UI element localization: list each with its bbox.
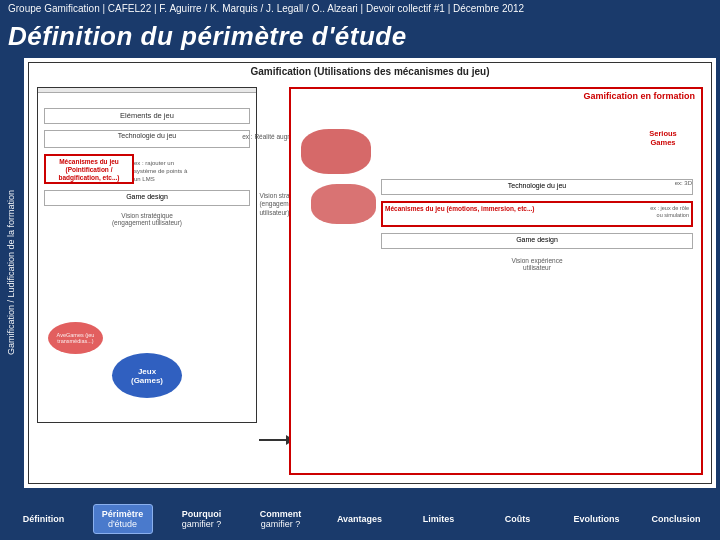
nav-label: Définition (20, 514, 68, 524)
nav-label: Limites (415, 514, 463, 524)
nav-item-evolutions[interactable]: Evolutions (567, 510, 627, 528)
avegames-label: AveGames (jeu transmédias...) (50, 332, 101, 344)
header-bar: Groupe Gamification | CAFEL22 | F. Aguir… (0, 0, 720, 17)
tech-label-left: Technologie du jeu (45, 131, 249, 140)
sidebar: Gamification / Ludification de la format… (0, 58, 22, 488)
game-box-left: Game design Vision stratégique(engagemen… (44, 190, 250, 206)
meca-note-left: ex : rajouter unsystème de points àun LM… (134, 160, 194, 183)
page-title: Définition du périmètre d'étude (8, 21, 712, 52)
nav-item-pourquoi[interactable]: Pourquoigamifier ? (172, 505, 232, 533)
tech-box-left: Technologie du jeu ex : Réalité augmenté… (44, 130, 250, 148)
r-meca-box: Mécanismes du jeu (émotions, immersion, … (381, 201, 693, 227)
serious-games-label: SeriousGames (633, 129, 693, 147)
jeux-circle: Jeux(Games) (112, 353, 182, 398)
main-content: Gamification / Ludification de la format… (0, 58, 720, 488)
nav-item-comment[interactable]: Commentgamifier ? (251, 505, 311, 533)
nav-item-avantages[interactable]: Avantages (330, 510, 390, 528)
r-meca-note: ex : jeux de rôleou simulation (650, 205, 689, 219)
title-bar: Définition du périmètre d'étude (0, 17, 720, 58)
diagram: Gamification (Utilisations des mécanisme… (24, 58, 716, 488)
r-tech-note: ex: 3D (675, 180, 692, 186)
r-meca-title: Mécanismes du jeu (émotions, immersion, … (383, 203, 691, 215)
nav-label: Périmètre (100, 509, 146, 519)
nav-label: Pourquoi (178, 509, 226, 519)
left-panel: Eléments de jeu Technologie du jeu ex : … (37, 87, 257, 423)
nav-sublabel: gamifier ? (257, 519, 305, 529)
cloud-blob-1 (301, 129, 371, 174)
bottom-nav: DéfinitionPérimètred'étudePourquoigamifi… (0, 498, 720, 540)
arrow-right (259, 439, 289, 441)
right-panel-title: Gamification en formation (291, 89, 701, 103)
elements-section: Eléments de jeu (44, 108, 250, 124)
nav-label: Conclusion (652, 514, 701, 524)
r-game-box: Game design (381, 233, 693, 249)
r-game-label: Game design (382, 234, 692, 245)
r-tech-box: Technologie du jeu ex: 3D (381, 179, 693, 195)
elements-label: Eléments de jeu (45, 109, 249, 122)
jeux-label: Jeux(Games) (131, 367, 163, 385)
r-tech-label: Technologie du jeu (382, 180, 692, 191)
nav-label: Evolutions (573, 514, 621, 524)
meca-box-left: Mécanismes du jeu(Pointification /badgif… (44, 154, 134, 184)
nav-item-limites[interactable]: Limites (409, 510, 469, 528)
left-vision: Vision stratégique(engagement utilisateu… (44, 210, 250, 230)
nav-item-cots[interactable]: Coûts (488, 510, 548, 528)
avegames-blob: AveGames (jeu transmédias...) (48, 322, 103, 354)
left-vision-label: Vision stratégique(engagement utilisateu… (44, 210, 250, 228)
outer-diagram-box: Gamification (Utilisations des mécanisme… (28, 62, 712, 484)
nav-label: Coûts (494, 514, 542, 524)
nav-label: Avantages (336, 514, 384, 524)
r-vision-box: Vision expérienceutilisateur (381, 255, 693, 275)
meca-title-left: Mécanismes du jeu(Pointification /badgif… (46, 156, 132, 183)
nav-item-dfinition[interactable]: Définition (14, 510, 74, 528)
left-panel-title (38, 88, 256, 93)
nav-item-primtre[interactable]: Périmètred'étude (93, 504, 153, 534)
game-label-left: Game design (45, 191, 249, 202)
r-vision-label: Vision expérienceutilisateur (381, 255, 693, 273)
nav-sublabel: gamifier ? (178, 519, 226, 529)
outer-box-title: Gamification (Utilisations des mécanisme… (29, 63, 711, 80)
header-text: Groupe Gamification | CAFEL22 | F. Aguir… (8, 3, 524, 14)
cloud-blob-2 (311, 184, 376, 224)
nav-label: Comment (257, 509, 305, 519)
nav-sublabel: d'étude (100, 519, 146, 529)
sidebar-label: Gamification / Ludification de la format… (6, 190, 16, 355)
right-panel: Gamification en formation SeriousGames T… (289, 87, 703, 475)
nav-item-conclusion[interactable]: Conclusion (646, 510, 707, 528)
